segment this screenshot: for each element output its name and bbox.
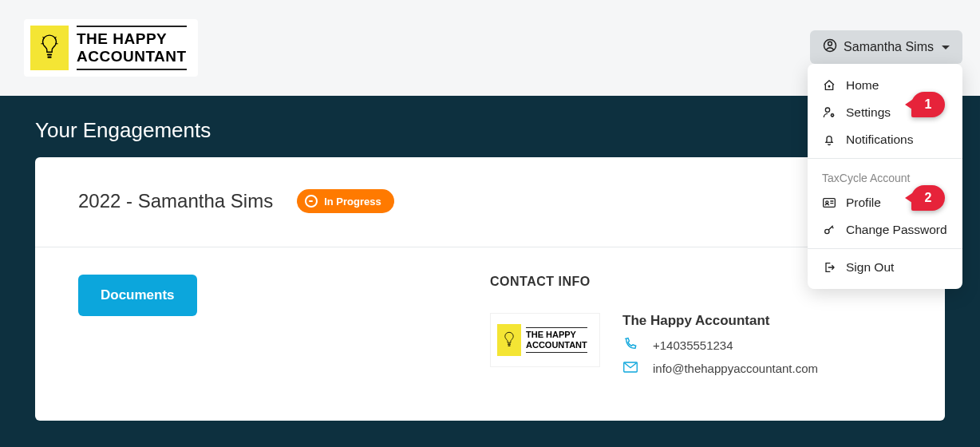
user-menu-button[interactable]: Samantha Sims <box>810 30 962 64</box>
brand-text: THE HAPPY ACCOUNTANT <box>77 26 187 70</box>
svg-rect-4 <box>508 344 511 345</box>
contact-email: info@thehappyaccountant.com <box>622 362 818 375</box>
user-icon <box>823 38 837 56</box>
user-name: Samantha Sims <box>844 40 934 54</box>
contact-details: The Happy Accountant +14035551234 info@ <box>622 313 818 383</box>
svg-point-9 <box>832 114 834 117</box>
contact-logo: THE HAPPY ACCOUNTANT <box>490 313 600 367</box>
home-icon <box>822 79 836 92</box>
menu-sign-out[interactable]: Sign Out <box>808 254 962 281</box>
menu-separator <box>808 158 962 159</box>
svg-rect-0 <box>47 53 52 55</box>
contact-name: The Happy Accountant <box>622 313 818 329</box>
contact-phone: +14035551234 <box>622 337 818 354</box>
menu-notifications[interactable]: Notifications <box>808 126 962 153</box>
contact-logo-text: THE HAPPY ACCOUNTANT <box>526 327 587 352</box>
menu-section-header: TaxCycle Account <box>808 164 962 189</box>
svg-point-7 <box>828 86 830 88</box>
annotation-1: 1 <box>911 92 945 117</box>
svg-point-12 <box>825 229 829 233</box>
svg-point-3 <box>828 42 832 45</box>
svg-rect-1 <box>47 57 51 58</box>
brand-logo: THE HAPPY ACCOUNTANT <box>24 19 198 77</box>
brand-mark-icon <box>497 324 521 356</box>
progress-icon <box>305 195 318 208</box>
documents-button[interactable]: Documents <box>78 275 197 316</box>
documents-column: Documents <box>78 275 490 383</box>
key-icon <box>822 224 836 236</box>
menu-separator <box>808 248 962 249</box>
chevron-down-icon <box>942 45 950 49</box>
svg-rect-5 <box>508 345 510 346</box>
svg-point-8 <box>825 108 829 112</box>
annotation-2: 2 <box>911 185 945 211</box>
contact-row: THE HAPPY ACCOUNTANT The Happy Accountan… <box>490 313 902 383</box>
id-card-icon <box>822 197 836 208</box>
sign-out-icon <box>822 261 836 274</box>
svg-point-11 <box>826 201 828 204</box>
bell-icon <box>822 133 836 146</box>
user-gear-icon <box>822 106 836 119</box>
engagement-title: 2022 - Samantha Sims <box>78 190 273 212</box>
menu-change-password[interactable]: Change Password <box>808 216 962 243</box>
mail-icon <box>622 362 638 375</box>
phone-icon <box>622 337 638 354</box>
contact-column: CONTACT INFO THE HAPPY ACCOUNTANT The Ha… <box>490 275 902 383</box>
brand-mark-icon <box>30 26 69 70</box>
status-badge: In Progress <box>297 189 394 213</box>
